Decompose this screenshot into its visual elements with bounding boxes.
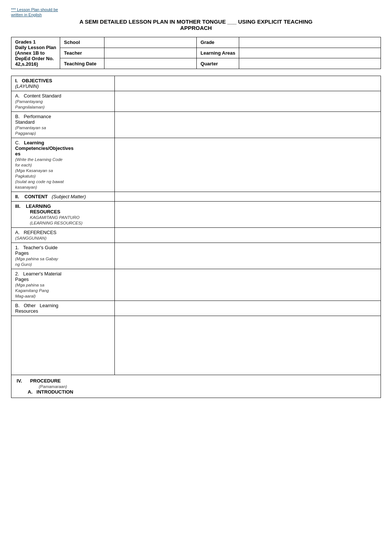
other-resources-row: B. Other Learning Resources (11, 301, 381, 316)
teaching-date-label: Teaching Date (60, 58, 104, 69)
grade-label: Grade (197, 37, 239, 48)
learning-label: Learning (24, 140, 44, 145)
learning-resources-tag: (LEARNING RESOURCES) (15, 221, 83, 225)
mga-kasanayan-label: (Mga Kasanayan sa (15, 168, 53, 173)
standard-label: Standard (15, 119, 35, 125)
mga-pahina2-label: (Mga pahina sa (15, 283, 44, 287)
pages-label: Pages (15, 250, 29, 256)
learning-resources-value[interactable] (115, 202, 381, 228)
references-label: REFERENCES (24, 230, 56, 235)
roman-two: II. (15, 194, 19, 199)
isulat-label: (Isulat ang code ng bawat (15, 179, 64, 184)
teaching-date-value[interactable] (104, 58, 197, 69)
learning-resources-header-row: III. LEARNING RESOURCES KAGAMITANG PANTU… (11, 202, 381, 228)
learning-competencies-value[interactable] (115, 138, 381, 192)
teachers-guide-row: 1. Teacher's Guide Pages (Mga pahina sa … (11, 243, 381, 269)
pamantayang-label: (Pamantayang (15, 99, 43, 104)
content-label: CONTENT (24, 194, 48, 199)
b-label: B. (15, 114, 20, 119)
resources2-label: Resources (15, 308, 38, 314)
c-label: C. (15, 140, 20, 145)
objectives-value[interactable] (115, 76, 381, 91)
school-value[interactable] (104, 37, 197, 48)
es-label: es (15, 151, 20, 157)
learning-resources-label: LEARNING (26, 203, 51, 209)
two-label: 2. (15, 271, 19, 277)
b2-label: B. (15, 303, 20, 308)
teachers-guide-label: Teacher's Guide (23, 245, 58, 250)
mga-pahina-label: (Mga pahina sa Gabay (15, 257, 58, 261)
pangnilalaman-label: Pangnilalaman) (15, 105, 45, 109)
content-value[interactable] (115, 192, 381, 202)
resources-label: RESOURCES (15, 209, 60, 214)
a3-label: A. (17, 389, 32, 395)
roman-one: I. (15, 78, 18, 83)
performance-standard-value[interactable] (115, 112, 381, 138)
content-standard-label: Content Standard (24, 93, 61, 99)
pagkatuto-label: Pagkatuto) (15, 174, 36, 178)
procedure-row: IV. PROCEDURE (Pamamaraan) A. INTRODUCTI… (11, 375, 381, 398)
order-label: 42,s.2016) (15, 61, 56, 67)
learners-material-value[interactable] (115, 269, 381, 301)
references-row: A. REFERENCES (SANGGUNIAN) (11, 228, 381, 243)
spacer-row (11, 316, 381, 375)
subject-matter-label: (Subject Matter) (52, 194, 86, 199)
header-table: Grades 1 Daily Lesson Plan (Annex 1B to … (11, 37, 381, 69)
grades-label: Grades 1 (15, 39, 56, 45)
ng-guro-label: ng Guro) (15, 262, 32, 267)
roman-four: IV. (17, 378, 22, 384)
content-row: II. CONTENT (Subject Matter) (11, 192, 381, 202)
learning-areas-label: Learning Areas (197, 48, 239, 58)
annex-label: (Annex 1B to (15, 50, 56, 56)
other-resources-value[interactable] (115, 301, 381, 316)
learners-material-label: Learner's Material (23, 271, 62, 277)
quarter-value[interactable] (239, 58, 381, 69)
performance-label: Performance (24, 114, 51, 119)
deped-label: DepEd Order No. (15, 56, 56, 61)
for-each-label: for each) (15, 163, 32, 167)
sanggunian-label: (SANGGUNIAN) (15, 236, 47, 240)
pagganap-label: Pagganap) (15, 131, 36, 135)
learners-material-row: 2. Learner's Material Pages (Mga pahina … (11, 269, 381, 301)
main-title-line2: APPROACH (11, 25, 381, 31)
content-standard-row: A. Content Standard (Pamantayang Pangnil… (11, 91, 381, 112)
quarter-label: Quarter (197, 58, 239, 69)
main-content-table: I. OBJECTIVES (LAYUNIN) A. Content Stand… (11, 76, 381, 398)
pages2-label: Pages (15, 277, 29, 282)
kagamitang-label: KAGAMITANG PANTURO (15, 215, 79, 220)
learning-competencies-row: C. Learning Competencies/Objectives es (… (11, 138, 381, 192)
procedure-label: PROCEDURE (30, 378, 61, 384)
kagamitang-pang-label: Kagamitang Pang (15, 288, 49, 293)
one-label: 1. (15, 245, 19, 250)
teacher-label: Teacher (60, 48, 104, 58)
teacher-value[interactable] (104, 48, 197, 58)
grade-value[interactable] (239, 37, 381, 48)
a2-label: A. (15, 230, 20, 235)
roman-three: III. (15, 203, 20, 209)
mag-aaral-label: Mag-aaral) (15, 294, 36, 298)
content-standard-value[interactable] (115, 91, 381, 112)
top-note-line2: written in English (11, 13, 381, 17)
learning-areas-value[interactable] (239, 48, 381, 58)
objectives-label: OBJECTIVES (22, 78, 52, 83)
write-label: (Write the Learning Code (15, 157, 62, 162)
layunin-label: (LAYUNIN) (15, 83, 39, 89)
main-title-line1: A SEMI DETAILED LESSON PLAN IN MOTHER TO… (11, 18, 381, 25)
competencies-label: Competencies/Objectives (15, 145, 73, 151)
teachers-guide-value[interactable] (115, 243, 381, 269)
daily-label: Daily Lesson Plan (15, 45, 56, 50)
objectives-row: I. OBJECTIVES (LAYUNIN) (11, 76, 381, 91)
learning2-label: Learning (40, 303, 59, 308)
references-value[interactable] (115, 228, 381, 243)
top-note-line1: *** Lesson Plan should be (11, 7, 381, 12)
pamamaraan-label: (Pamamaraan) (17, 384, 67, 389)
a-label: A. (15, 93, 20, 99)
introduction-label: INTRODUCTION (37, 389, 73, 395)
school-label: School (60, 37, 104, 48)
kasanayan-label: kasanayan) (15, 185, 37, 189)
other-label: Other (24, 303, 36, 308)
pamantayan-sa-label: (Pamantayan sa (15, 126, 46, 130)
performance-standard-row: B. Performance Standard (Pamantayan sa P… (11, 112, 381, 138)
